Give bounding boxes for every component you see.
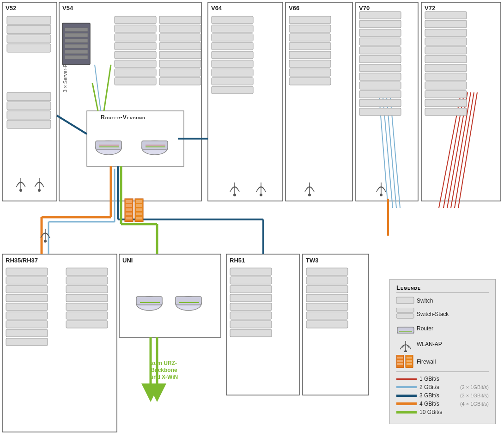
svg-rect-57 <box>212 69 253 76</box>
switches-V54-right <box>115 16 201 85</box>
svg-rect-83 <box>425 38 467 45</box>
svg-rect-7 <box>7 120 51 128</box>
label-RH51: RH51 <box>230 257 245 264</box>
svg-rect-26 <box>159 43 201 50</box>
svg-rect-114 <box>230 268 272 275</box>
label-UNI: UNI <box>122 257 133 264</box>
legend-switchstack-label: Switch-Stack <box>417 311 449 317</box>
svg-rect-70 <box>359 29 401 36</box>
svg-rect-53 <box>212 34 253 41</box>
svg-rect-115 <box>230 277 272 284</box>
svg-rect-28 <box>159 60 201 67</box>
svg-rect-122 <box>306 268 348 275</box>
legend-line-2gbit: 2 GBit/s (2 × 1GBit/s) <box>396 384 489 390</box>
svg-rect-25 <box>159 34 201 41</box>
svg-rect-75 <box>359 73 401 80</box>
svg-rect-96 <box>6 303 48 310</box>
legend-speed-3gbit: 3 GBit/s <box>419 392 460 399</box>
wlan-V66 <box>305 182 314 196</box>
svg-rect-86 <box>425 64 467 72</box>
svg-rect-74 <box>359 64 401 72</box>
svg-rect-107 <box>66 321 108 328</box>
svg-rect-106 <box>66 312 108 319</box>
svg-rect-17 <box>115 34 156 41</box>
svg-rect-41 <box>126 204 132 207</box>
svg-rect-81 <box>425 20 467 28</box>
svg-rect-5 <box>7 102 51 110</box>
svg-rect-52 <box>212 25 253 32</box>
legend-row-firewall: Firewall <box>396 355 489 369</box>
svg-rect-50 <box>136 217 142 219</box>
legend-detail-2gbit: (2 × 1GBit/s) <box>460 384 489 390</box>
svg-rect-120 <box>230 321 272 328</box>
svg-rect-11 <box>65 39 88 43</box>
legend-speed-4gbit: 4 GBit/s <box>419 401 460 407</box>
urz-label-1: zum URZ- <box>151 360 177 366</box>
label-TW3: TW3 <box>306 257 318 264</box>
svg-rect-29 <box>159 69 201 76</box>
legend-speed-1gbit: 1 GBit/s <box>419 376 489 382</box>
switches-RH35-right <box>66 268 108 328</box>
svg-rect-95 <box>6 294 48 302</box>
svg-rect-124 <box>306 286 348 293</box>
svg-rect-87 <box>425 73 467 80</box>
switches-RH51 <box>230 268 272 337</box>
legend-detail-3gbit: (3 × 1GBit/s) <box>460 393 489 398</box>
svg-rect-97 <box>6 312 48 319</box>
svg-rect-102 <box>66 277 108 284</box>
svg-rect-15 <box>115 16 156 24</box>
cable-green-v54-1 <box>92 83 98 111</box>
svg-rect-46 <box>136 200 142 203</box>
svg-rect-103 <box>66 286 108 293</box>
svg-rect-61 <box>289 25 331 32</box>
legend-title: Legende <box>396 284 489 293</box>
switches-V52 <box>7 16 51 128</box>
svg-point-138 <box>308 194 311 196</box>
svg-rect-10 <box>65 33 88 37</box>
svg-rect-18 <box>115 43 156 50</box>
legend-box: Legende Switch Switch-Stack <box>389 279 496 424</box>
svg-rect-117 <box>230 294 272 302</box>
area-UNI <box>119 254 221 337</box>
legend-speed-10gbit: 10 GBit/s <box>419 409 489 415</box>
svg-rect-84 <box>425 47 467 54</box>
svg-rect-21 <box>115 69 156 76</box>
urz-label-2: Backbone <box>151 367 177 373</box>
svg-rect-153 <box>397 360 403 362</box>
svg-rect-27 <box>159 51 201 59</box>
svg-rect-104 <box>66 294 108 302</box>
svg-rect-13 <box>65 50 88 54</box>
wlan-V52-1 <box>16 178 25 192</box>
svg-rect-65 <box>289 60 331 67</box>
svg-rect-19 <box>115 51 156 59</box>
switches-TW3 <box>306 268 348 328</box>
svg-rect-20 <box>115 60 156 67</box>
svg-rect-127 <box>306 312 348 319</box>
svg-rect-69 <box>359 20 401 28</box>
legend-row-switchstack: Switch-Stack <box>396 308 489 321</box>
router-verbund-label: Router-Verbund <box>101 114 146 121</box>
svg-rect-2 <box>7 35 51 43</box>
switches-RH35-left <box>6 268 48 346</box>
legend-switch-label: Switch <box>417 298 433 304</box>
legend-switch-icon <box>396 297 417 305</box>
legend-row-wlan: WLAN-AP <box>396 336 489 352</box>
cable-green-v54-2 <box>104 65 111 111</box>
routers-UNI <box>136 297 201 310</box>
svg-rect-100 <box>6 338 48 346</box>
wlan-V64-2 <box>256 182 266 196</box>
svg-rect-105 <box>66 303 108 310</box>
label-RH35: RH35/RH37 <box>6 257 38 264</box>
svg-rect-73 <box>359 55 401 63</box>
svg-rect-24 <box>159 25 201 32</box>
svg-rect-118 <box>230 303 272 310</box>
svg-rect-51 <box>212 16 253 24</box>
svg-rect-72 <box>359 47 401 54</box>
legend-switchstack-icon <box>396 308 417 321</box>
wlan-V70 <box>376 182 386 196</box>
svg-rect-12 <box>65 44 88 48</box>
label-V64: V64 <box>211 5 222 12</box>
svg-rect-76 <box>359 82 401 89</box>
svg-rect-43 <box>126 213 132 215</box>
svg-rect-58 <box>212 78 253 85</box>
